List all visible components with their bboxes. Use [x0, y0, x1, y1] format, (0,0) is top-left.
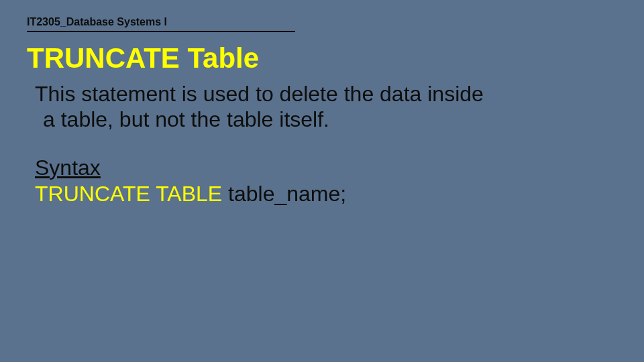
course-label: IT2305_Database Systems I [27, 16, 295, 32]
syntax-argument: table_name; [228, 182, 346, 206]
slide: IT2305_Database Systems I TRUNCATE Table… [0, 0, 644, 362]
syntax-keyword: TRUNCATE TABLE [35, 182, 228, 206]
slide-body: This statement is used to delete the dat… [27, 82, 617, 207]
syntax-line: TRUNCATE TABLE table_name; [35, 182, 617, 207]
slide-title: TRUNCATE Table [27, 44, 617, 72]
description-text: This statement is used to delete the dat… [43, 82, 486, 133]
syntax-heading: Syntax [35, 156, 617, 181]
